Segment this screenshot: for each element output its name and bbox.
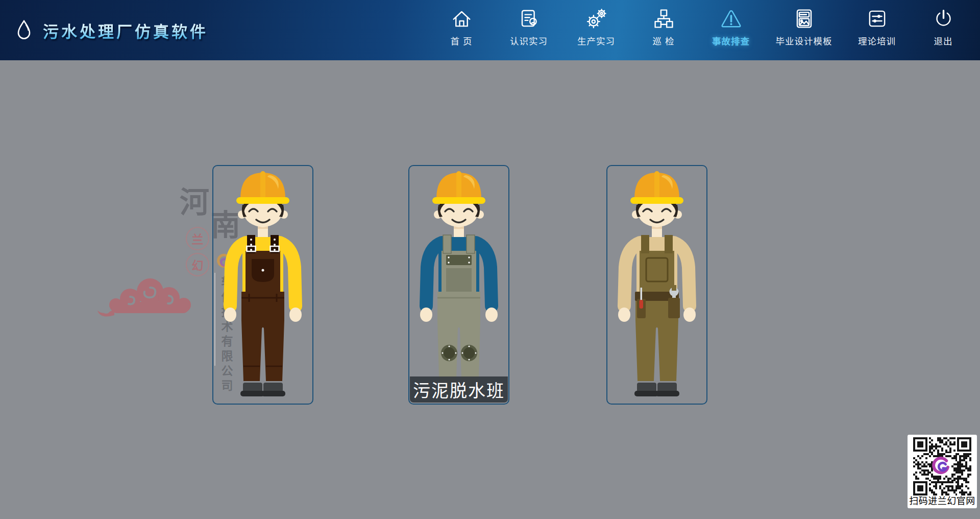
water-drop-logo <box>13 17 35 43</box>
watermark-char-henan-1: 河 <box>180 188 209 218</box>
nav-item-accident-investigation[interactable]: 事故排查 <box>698 0 764 60</box>
nav-item-inspection[interactable]: 巡 检 <box>630 0 697 60</box>
nav-item-production-practice[interactable]: 生产实习 <box>563 0 629 60</box>
nav-item-theory-training[interactable]: 理论培训 <box>844 0 910 60</box>
qr-panel: 扫码进兰幻官网 <box>908 435 977 508</box>
worker-avatar-2 <box>409 166 508 404</box>
gears-icon <box>585 7 608 31</box>
nav-item-exit[interactable]: 退出 <box>910 0 976 60</box>
worker-card-1[interactable] <box>212 165 313 405</box>
design-template-icon <box>793 7 816 31</box>
worker-avatar-3 <box>607 166 706 404</box>
sliders-icon <box>866 7 889 31</box>
cloud-ornament <box>96 272 206 321</box>
app-title: 污水处理厂仿真软件 <box>43 19 208 42</box>
worker-card-3[interactable] <box>606 165 707 405</box>
nav-item-home[interactable]: 首 页 <box>428 0 495 60</box>
worker-avatar-1 <box>213 166 312 404</box>
worker-card-sludge-dewatering[interactable]: 污泥脱水班 <box>408 165 509 405</box>
team-label: 污泥脱水班 <box>410 376 508 403</box>
home-icon <box>450 7 473 31</box>
top-nav-bar: 污水处理厂仿真软件 首 页 认识实习 生产实习 巡 检 <box>0 0 980 60</box>
brand: 污水处理厂仿真软件 <box>13 0 208 60</box>
nav-item-cognition-practice[interactable]: 认识实习 <box>496 0 562 60</box>
warning-triangle-icon <box>720 7 743 31</box>
nav-item-graduation-design-template[interactable]: 毕业设计模板 <box>768 0 840 60</box>
watermark-seal-lan: 兰 <box>186 227 209 250</box>
qr-code <box>912 437 973 496</box>
document-search-icon <box>518 7 541 31</box>
sitemap-icon <box>652 7 675 31</box>
power-icon <box>932 7 955 31</box>
qr-caption: 扫码进兰幻官网 <box>908 493 977 507</box>
